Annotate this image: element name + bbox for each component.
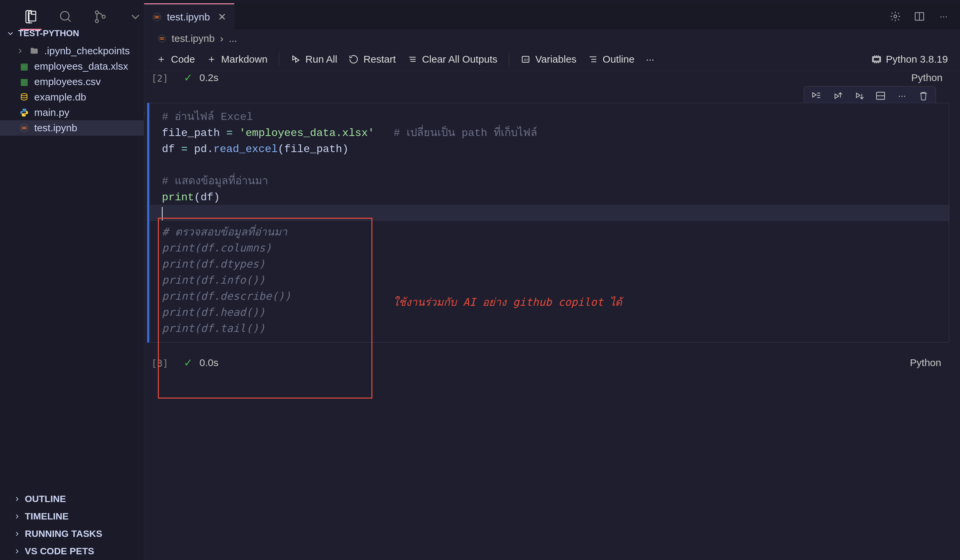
- code-line: # แสดงข้อมูลที่อ่านมา: [162, 174, 937, 190]
- code-line: # อ่านไฟล์ Excel: [162, 109, 937, 125]
- svg-point-4: [95, 19, 98, 22]
- execute-above-icon[interactable]: [832, 90, 844, 102]
- svg-line-2: [68, 19, 70, 21]
- tree-item-ipynb[interactable]: test.ipynb: [0, 120, 144, 136]
- svg-point-1: [60, 11, 69, 20]
- svg-marker-38: [835, 94, 838, 99]
- more-icon[interactable]: ···: [937, 10, 950, 23]
- notebook-body[interactable]: [2] ✓ 0.2s Python ···: [144, 71, 960, 560]
- folder-name: .ipynb_checkpoints: [44, 45, 130, 57]
- annotation-label: ใช้งานร่วมกับ AI อย่าง github copilot ได…: [393, 294, 622, 310]
- code-cell[interactable]: # อ่านไฟล์ Excel file_path = 'employees_…: [149, 103, 949, 343]
- tab-bar: test.ipynb ✕ ···: [144, 3, 960, 29]
- svg-point-9: [20, 124, 28, 132]
- svg-point-14: [158, 35, 166, 42]
- tree-item-csv[interactable]: ▦ employees.csv: [0, 74, 144, 89]
- btn-label: Clear All Outputs: [422, 54, 498, 65]
- ghost-line: print(df.columns): [162, 240, 937, 256]
- svg-rect-27: [874, 57, 880, 61]
- tree-item-xlsx[interactable]: ▦ employees_data.xlsx: [0, 59, 144, 74]
- timing: 0.2s: [200, 72, 219, 83]
- btn-label: Variables: [535, 54, 576, 65]
- plus-icon: ＋: [206, 52, 216, 66]
- notebook-toolbar: ＋ Code ＋ Markdown Run All Restart Clear …: [144, 48, 960, 71]
- running-tasks-panel[interactable]: RUNNING TASKS: [0, 525, 144, 542]
- chevron-down-icon[interactable]: [127, 9, 144, 25]
- breadcrumb[interactable]: test.ipynb › ...: [144, 29, 960, 48]
- python-icon: [19, 107, 29, 118]
- svg-point-3: [95, 11, 98, 14]
- panel-label: OUTLINE: [25, 494, 66, 504]
- clear-all-button[interactable]: Clear All Outputs: [407, 54, 498, 65]
- btn-label: Restart: [363, 54, 396, 65]
- cell-lang[interactable]: Python: [911, 72, 949, 83]
- clear-icon: [407, 54, 417, 64]
- breadcrumb-file: test.ipynb: [172, 33, 214, 44]
- exec-count: [3]: [147, 356, 170, 369]
- add-markdown-button[interactable]: ＋ Markdown: [206, 52, 267, 66]
- ghost-line: print(df.info()): [162, 272, 937, 288]
- svg-point-6: [21, 93, 27, 96]
- close-icon[interactable]: ✕: [218, 11, 226, 23]
- svg-text:x=: x=: [524, 57, 529, 62]
- explorer-icon[interactable]: [23, 9, 39, 25]
- copilot-ghost-suggestion: ใช้งานร่วมกับ AI อย่าง github copilot ได…: [162, 224, 937, 336]
- btn-label: Outline: [603, 54, 635, 65]
- run-cell-gutter[interactable]: [144, 109, 146, 119]
- file-name: example.db: [34, 91, 86, 103]
- chevron-right-icon: [16, 47, 24, 55]
- code-line: df = pd.read_excel(file_path): [162, 141, 937, 157]
- file-name: main.py: [34, 107, 69, 118]
- explorer-header[interactable]: TEST-PYTHON: [0, 25, 144, 42]
- csv-icon: ▦: [19, 77, 29, 87]
- sidebar-bottom-panels: OUTLINE TIMELINE RUNNING TASKS VS CODE P…: [0, 490, 144, 560]
- source-control-icon[interactable]: [93, 9, 109, 25]
- more-button[interactable]: ···: [646, 54, 654, 65]
- text-cursor: [162, 207, 163, 220]
- plus-icon: ＋: [156, 52, 166, 66]
- chevron-right-icon: [13, 495, 21, 503]
- ghost-line: print(df.dtypes): [162, 256, 937, 272]
- run-all-icon: [291, 54, 301, 64]
- more-icon[interactable]: ···: [896, 90, 908, 102]
- cell-lang[interactable]: Python: [910, 357, 948, 369]
- code-line: print(df): [162, 190, 937, 206]
- check-icon: ✓: [184, 71, 193, 84]
- check-icon: ✓: [184, 356, 193, 369]
- split-cell-icon[interactable]: [875, 90, 886, 102]
- cell-status-bar: [3] ✓ 0.0s Python: [147, 356, 955, 369]
- restart-button[interactable]: Restart: [349, 54, 396, 65]
- breadcrumb-sep: ›: [220, 33, 223, 44]
- database-icon: [19, 92, 29, 102]
- variables-icon: x=: [520, 54, 531, 64]
- kernel-picker[interactable]: Python 3.8.19: [871, 54, 948, 65]
- svg-point-8: [25, 115, 26, 116]
- search-icon[interactable]: [58, 9, 74, 25]
- divider: [279, 53, 279, 66]
- svg-marker-34: [813, 93, 816, 97]
- variables-button[interactable]: x= Variables: [520, 54, 576, 65]
- add-code-button[interactable]: ＋ Code: [156, 52, 195, 66]
- tree-item-py[interactable]: main.py: [0, 105, 144, 120]
- outline-button[interactable]: Outline: [588, 54, 635, 65]
- panel-label: TIMELINE: [25, 511, 69, 522]
- execute-below-icon[interactable]: [853, 90, 865, 102]
- tree-item-db[interactable]: example.db: [0, 89, 144, 105]
- file-name: employees_data.xlsx: [34, 61, 128, 72]
- tree-folder[interactable]: .ipynb_checkpoints: [0, 43, 144, 59]
- vscode-pets-panel[interactable]: VS CODE PETS: [0, 542, 144, 560]
- delete-icon[interactable]: [917, 90, 930, 102]
- btn-label: Run All: [306, 54, 337, 65]
- outline-icon: [588, 54, 598, 64]
- svg-marker-16: [296, 58, 299, 62]
- breadcrumb-rest: ...: [229, 33, 237, 44]
- outline-panel[interactable]: OUTLINE: [0, 490, 144, 508]
- gear-icon[interactable]: [889, 10, 902, 23]
- file-tree: .ipynb_checkpoints ▦ employees_data.xlsx…: [0, 42, 144, 490]
- run-by-line-icon[interactable]: [810, 90, 822, 102]
- split-icon[interactable]: [913, 10, 926, 23]
- btn-label: Code: [171, 54, 195, 65]
- code-line: [162, 157, 937, 174]
- run-all-button[interactable]: Run All: [291, 54, 337, 65]
- timeline-panel[interactable]: TIMELINE: [0, 508, 144, 525]
